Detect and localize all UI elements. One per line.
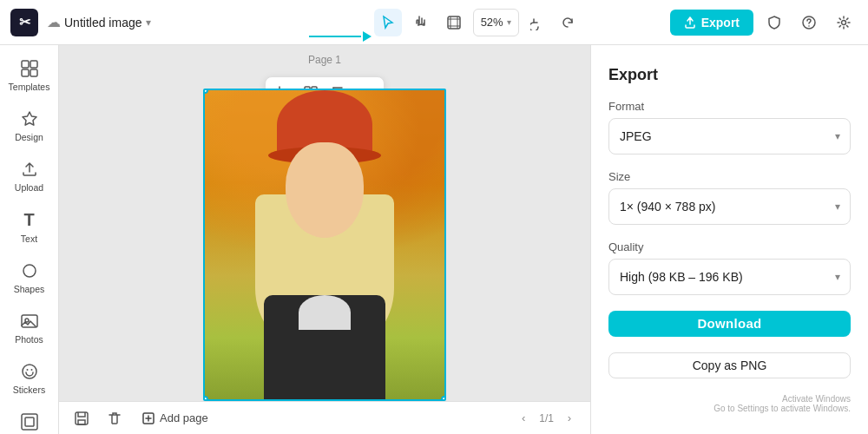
prev-page-button[interactable]: ‹ [513,408,534,429]
svg-point-8 [23,265,36,277]
size-select[interactable]: 1× (940 × 788 px) 2× (1880 × 1576 px) 3×… [608,188,851,225]
page-navigation: ‹ 1/1 › [513,408,580,429]
sidebar-item-templates[interactable]: Templates [5,52,54,99]
export-panel: Export Format JPEG PNG PDF SVG GIF ▾ Siz… [590,45,868,434]
quality-field: Quality High (98 KB – 196 KB) Medium (49… [608,240,851,295]
format-select-wrapper: JPEG PNG PDF SVG GIF ▾ [608,118,851,155]
sidebar-item-frames[interactable]: Frames [5,405,54,434]
svg-point-12 [26,369,28,371]
next-page-button[interactable]: › [559,408,580,429]
svg-rect-7 [30,69,37,76]
sidebar-item-stickers[interactable]: Stickers [5,355,54,402]
redo-button[interactable] [554,9,582,36]
svg-rect-0 [448,16,460,29]
canvas-area: Page 1 [59,45,590,434]
quality-label: Quality [608,240,851,253]
svg-point-2 [808,25,810,27]
app-logo[interactable]: ✂ [10,9,38,36]
select-tool-button[interactable] [374,9,402,36]
svg-rect-15 [25,418,34,426]
save-button[interactable] [69,406,94,431]
frame-tool-button[interactable] [440,9,468,36]
resize-handle-br[interactable] [441,396,446,401]
undo-button[interactable] [524,9,552,36]
svg-point-10 [25,319,29,322]
export-button[interactable]: Export [670,10,753,36]
title-area: ☁ Untitled image ▾ [47,14,151,30]
svg-rect-4 [22,61,29,68]
undo-redo-group [524,9,582,36]
copy-as-png-button[interactable]: Copy as PNG [608,352,851,378]
page-indicator: 1/1 [539,412,554,424]
svg-rect-6 [22,69,29,76]
arrow-head [363,31,372,42]
format-select[interactable]: JPEG PNG PDF SVG GIF [608,118,851,155]
photo-simulation [205,90,444,399]
format-field: Format JPEG PNG PDF SVG GIF ▾ [608,100,851,155]
document-title[interactable]: Untitled image [64,16,142,30]
size-field: Size 1× (940 × 788 px) 2× (1880 × 1576 p… [608,170,851,225]
svg-point-3 [842,20,846,24]
sidebar-item-design[interactable]: Design [5,102,54,149]
shield-button[interactable] [760,9,788,36]
canvas-inner: Page 1 [59,45,590,401]
quality-select[interactable]: High (98 KB – 196 KB) Medium (49 KB – 98… [608,259,851,295]
topbar-right: Export [601,9,858,36]
add-page-button[interactable]: Add page [135,408,215,428]
svg-rect-14 [22,414,37,430]
size-select-wrapper: 1× (940 × 788 px) 2× (1880 × 1576 px) 3×… [608,188,851,225]
svg-point-13 [30,369,32,371]
download-button[interactable]: Download [608,311,851,337]
arrow-indicator [309,31,372,42]
size-label: Size [608,170,851,183]
svg-rect-5 [30,61,37,68]
export-panel-title: Export [608,66,851,84]
delete-button[interactable] [102,406,127,431]
svg-rect-24 [76,412,88,424]
sidebar-item-text[interactable]: T Text [5,203,54,251]
photo-card-inner [205,90,444,399]
sidebar-item-shapes[interactable]: Shapes [5,254,54,301]
resize-handle-bl[interactable] [203,396,208,401]
activate-windows-notice: Activate Windows Go to Settings to activ… [608,394,851,413]
page-label: Page 1 [308,54,341,66]
bottom-bar: Add page ‹ 1/1 › [59,401,590,434]
photo-card[interactable] [203,89,446,401]
settings-button[interactable] [830,9,858,36]
cloud-icon: ☁ [47,14,61,30]
title-chevron-icon[interactable]: ▾ [146,16,151,29]
sidebar-item-upload[interactable]: Upload [5,153,54,200]
sidebar: Templates Design Upload T Text Shapes Ph… [0,45,59,434]
format-label: Format [608,100,851,113]
collar [299,295,351,330]
sidebar-item-photos[interactable]: Photos [5,305,54,352]
topbar-tools: 52% ▾ [374,9,582,36]
quality-select-wrapper: High (98 KB – 196 KB) Medium (49 KB – 98… [608,259,851,295]
face [286,142,364,238]
help-button[interactable] [795,9,823,36]
topbar: ✂ ☁ Untitled image ▾ 52% ▾ [0,0,868,45]
zoom-control[interactable]: 52% ▾ [473,9,519,36]
main-area: Templates Design Upload T Text Shapes Ph… [0,45,868,434]
arrow-line [309,36,361,37]
hand-tool-button[interactable] [407,9,435,36]
